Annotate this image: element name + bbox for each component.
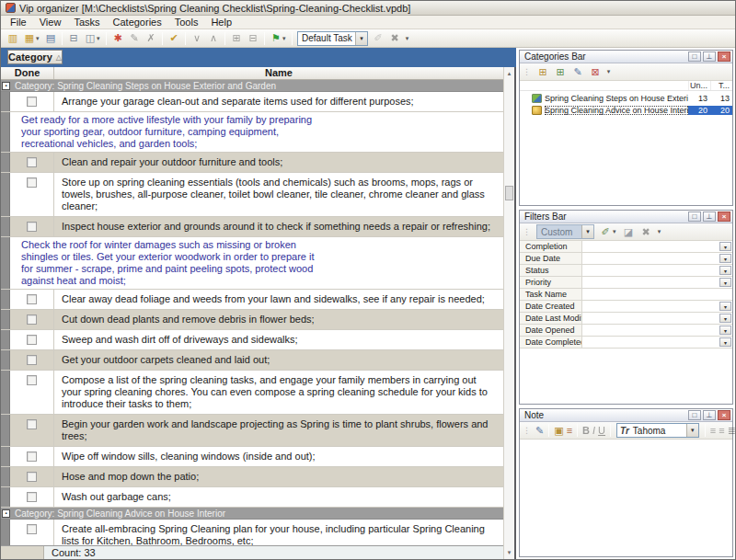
task-row[interactable]: Cut down dead plants and remove debris i…: [1, 310, 503, 330]
scroll-down-icon[interactable]: ▾: [508, 548, 512, 556]
collapse-group-icon[interactable]: ▪: [2, 82, 10, 90]
new-database-icon[interactable]: ▥: [5, 31, 21, 46]
filter-value-field[interactable]: [582, 337, 719, 348]
combo-dropdown-icon[interactable]: ▾: [686, 424, 698, 437]
note-row[interactable]: Check the roof for winter damages such a…: [1, 237, 503, 290]
task-row[interactable]: Wipe off window sills, cleaning windows …: [1, 447, 503, 467]
task-checkbox[interactable]: [27, 222, 37, 232]
insert-field-icon[interactable]: ≡: [566, 423, 573, 438]
font-family-combo[interactable]: TrTahoma▾: [616, 423, 699, 438]
task-row[interactable]: Arrange your garage clean-out and separa…: [1, 92, 503, 112]
filter-value-field[interactable]: [582, 313, 719, 324]
filter-value-field[interactable]: [582, 253, 719, 264]
dropdown-caret-icon[interactable]: ▾: [613, 228, 619, 235]
menu-categories[interactable]: Categories: [107, 16, 168, 29]
task-checkbox[interactable]: [27, 157, 37, 167]
task-checkbox[interactable]: [27, 492, 37, 502]
menu-tools[interactable]: Tools: [168, 16, 205, 29]
task-checkbox[interactable]: [27, 97, 37, 107]
total-column-header[interactable]: T...: [710, 81, 732, 90]
menu-help[interactable]: Help: [204, 16, 238, 29]
task-checkbox[interactable]: [27, 524, 37, 534]
add-subcategory-icon[interactable]: ⊞: [552, 64, 569, 79]
note-editor[interactable]: [520, 440, 732, 556]
filter-value-field[interactable]: [582, 289, 732, 300]
save-database-icon[interactable]: ▤: [42, 31, 59, 46]
print-icon[interactable]: ⊟: [65, 31, 82, 46]
task-row[interactable]: Begin your garden work and landscape pro…: [1, 415, 503, 447]
task-row[interactable]: Clear away dead foliage and weeds from y…: [1, 290, 503, 310]
category-item[interactable]: Spring Cleaning Advice on House Interior…: [520, 104, 732, 116]
task-row[interactable]: Store up on spring cleaning essentials (…: [1, 173, 503, 217]
task-row[interactable]: Get your outdoor carpets cleaned and lai…: [1, 350, 503, 371]
task-row[interactable]: Sweep and wash dirt off of driveways and…: [1, 330, 503, 350]
task-checkbox[interactable]: [27, 314, 37, 325]
add-category-icon[interactable]: ⊞: [535, 64, 551, 79]
menu-file[interactable]: File: [4, 16, 33, 29]
close-panel-icon[interactable]: ×: [718, 410, 730, 420]
filter-dropdown-icon[interactable]: ▾: [719, 254, 731, 263]
task-row[interactable]: Create all-embracing Spring Cleaning pla…: [1, 520, 503, 545]
task-row[interactable]: Compose a list of the spring cleaning ta…: [1, 371, 503, 415]
uncompleted-column-header[interactable]: Un...: [688, 81, 710, 90]
maximize-panel-icon[interactable]: □: [688, 410, 701, 420]
note-row[interactable]: Get ready for a more active lifestyle wi…: [1, 112, 503, 153]
menu-tasks[interactable]: Tasks: [67, 16, 106, 29]
filter-dropdown-icon[interactable]: ▾: [719, 337, 731, 347]
dropdown-caret-icon[interactable]: ▾: [97, 35, 103, 42]
filter-dropdown-icon[interactable]: ▾: [719, 326, 731, 335]
task-row[interactable]: Hose and mop down the patio;: [1, 467, 503, 487]
task-checkbox[interactable]: [27, 355, 37, 365]
task-template-combo[interactable]: Default Task▾: [297, 31, 368, 46]
dropdown-caret-icon[interactable]: ▾: [36, 35, 42, 42]
combo-dropdown-icon[interactable]: ▾: [581, 225, 593, 238]
maximize-panel-icon[interactable]: □: [688, 51, 701, 62]
pin-panel-icon[interactable]: ⊥: [703, 211, 716, 222]
task-checkbox[interactable]: [27, 177, 37, 188]
task-checkbox[interactable]: [27, 335, 37, 345]
overflow-caret-icon[interactable]: ▾: [604, 68, 613, 75]
overflow-caret-icon[interactable]: ▾: [655, 228, 663, 235]
task-checkbox[interactable]: [27, 294, 37, 304]
filter-value-field[interactable]: [582, 325, 719, 336]
new-task-icon[interactable]: ✱: [109, 31, 126, 46]
vertical-scrollbar[interactable]: ▴ ▾: [503, 67, 516, 559]
category-item[interactable]: Spring Cleaning Steps on House Exterior …: [520, 92, 732, 104]
filter-value-field[interactable]: [582, 241, 719, 252]
scroll-up-icon[interactable]: ▴: [508, 69, 512, 77]
category-sort-button[interactable]: Category △: [7, 50, 63, 64]
filter-dropdown-icon[interactable]: ▾: [719, 302, 731, 311]
pin-panel-icon[interactable]: ⊥: [703, 410, 716, 420]
menu-view[interactable]: View: [33, 16, 68, 29]
task-checkbox[interactable]: [27, 451, 37, 462]
task-checkbox[interactable]: [27, 375, 37, 385]
close-panel-icon[interactable]: ×: [718, 211, 730, 222]
close-panel-icon[interactable]: ×: [718, 51, 730, 62]
filter-dropdown-icon[interactable]: ▾: [719, 278, 731, 287]
filter-dropdown-icon[interactable]: ▾: [719, 266, 731, 275]
delete-category-icon[interactable]: ⊠: [587, 64, 604, 79]
dropdown-caret-icon[interactable]: ▾: [282, 35, 289, 42]
task-row[interactable]: Clean and repair your outdoor furniture …: [1, 153, 503, 173]
edit-note-icon[interactable]: ✎: [535, 423, 545, 438]
filter-dropdown-icon[interactable]: ▾: [719, 242, 731, 251]
erase-filter-icon[interactable]: ◪: [620, 224, 637, 239]
filter-value-field[interactable]: [582, 265, 719, 276]
edit-category-icon[interactable]: ✎: [569, 64, 586, 79]
task-row[interactable]: Inspect house exterior and grounds aroun…: [1, 217, 503, 237]
insert-object-icon[interactable]: ▣: [553, 423, 564, 438]
combo-dropdown-icon[interactable]: ▾: [355, 32, 367, 45]
task-checkbox[interactable]: [27, 419, 37, 429]
pin-panel-icon[interactable]: ⊥: [703, 51, 716, 62]
filter-preset-combo[interactable]: Custom▾: [536, 224, 594, 239]
save-filter-icon[interactable]: ✐: [597, 224, 614, 239]
category-row[interactable]: ▪Category: Spring Cleaning Steps on Hous…: [1, 80, 503, 92]
filter-dropdown-icon[interactable]: ▾: [719, 314, 731, 323]
maximize-panel-icon[interactable]: □: [688, 211, 701, 222]
filter-value-field[interactable]: [582, 301, 719, 312]
complete-task-icon[interactable]: ✔: [166, 31, 182, 46]
scrollbar-thumb[interactable]: [505, 186, 513, 200]
name-column-header[interactable]: Name: [54, 67, 503, 79]
overflow-caret-icon[interactable]: ▾: [403, 35, 411, 42]
done-column-header[interactable]: Done: [1, 67, 54, 79]
